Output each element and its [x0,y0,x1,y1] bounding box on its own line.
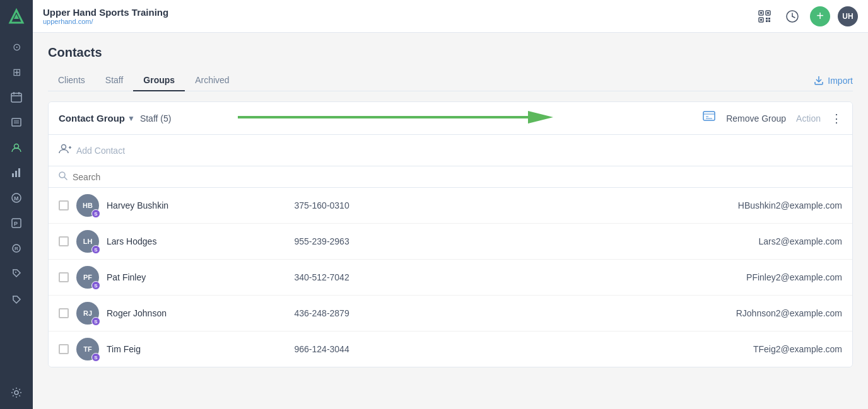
qr-code-icon[interactable] [754,6,775,26]
contact-row: TF S Tim Feig 966-124-3044 TFeig2@exampl… [49,331,852,367]
topbar-actions: + UH [754,6,858,26]
clock-icon[interactable] [782,6,802,26]
page: Contacts Clients Staff Groups Archived I… [33,33,868,409]
group-label: Contact Group ▼ [59,113,135,124]
avatar-badge: S [91,281,100,290]
svg-line-35 [792,16,795,18]
avatar-badge: S [91,209,100,218]
svg-rect-29 [766,18,768,20]
topbar: Upper Hand Sports Training upperhand.com… [33,0,868,33]
contact-phone-0: 375-160-0310 [295,200,475,210]
svg-rect-12 [15,171,17,177]
group-staff-label: Staff (5) [140,113,172,124]
main-content: Upper Hand Sports Training upperhand.com… [33,0,868,409]
contact-group-text: Contact Group [59,113,125,124]
app-url[interactable]: upperhand.com/ [43,18,168,25]
search-row [49,166,852,188]
search-icon [59,171,67,182]
action-button[interactable]: Action [796,113,821,124]
avatar[interactable]: UH [838,6,858,26]
add-contact-text: Add Contact [76,146,125,156]
svg-rect-11 [12,173,14,177]
contact-name-3[interactable]: Roger Johnson [107,308,287,318]
tab-groups[interactable]: Groups [133,70,185,91]
message-icon[interactable] [702,110,716,127]
page-title: Contacts [48,45,853,60]
svg-rect-31 [766,20,768,22]
contact-email-4: TFeig2@example.com [482,344,842,354]
contact-phone-1: 955-239-2963 [295,236,475,246]
avatar-badge: S [91,317,100,326]
sidebar-icon-badge[interactable]: R [5,237,28,260]
sidebar-icon-tags[interactable] [5,262,28,285]
search-input[interactable] [73,172,842,182]
svg-text:P: P [14,221,18,227]
svg-point-21 [15,391,18,395]
group-actions: Remove Group Action ⋮ [702,110,842,127]
sidebar-icon-list[interactable] [5,111,28,134]
import-label: Import [828,76,853,86]
tab-staff[interactable]: Staff [95,70,134,91]
contact-avatar-3: RJ S [76,302,99,325]
green-arrow-annotation [238,105,553,132]
contact-name-4[interactable]: Tim Feig [107,344,287,354]
contact-avatar-0: HB S [76,194,99,217]
sidebar-icon-pricing[interactable]: P [5,212,28,234]
contact-phone-3: 436-248-2879 [295,308,475,318]
svg-rect-32 [768,18,770,20]
tab-clients[interactable]: Clients [48,70,95,91]
svg-point-20 [15,272,16,273]
avatar-initials: TF [83,345,91,353]
contact-name-1[interactable]: Lars Hodges [107,236,287,246]
svg-rect-3 [11,93,21,102]
sidebar-icon-tags2[interactable] [5,287,28,310]
remove-group-button[interactable]: Remove Group [726,113,786,124]
add-contact-row[interactable]: Add Contact [49,135,852,166]
svg-rect-26 [767,12,769,14]
contact-row: RJ S Roger Johnson 436-248-2879 RJohnson… [49,296,852,331]
contact-avatar-1: LH S [76,230,99,253]
import-button[interactable]: Import [814,71,853,91]
svg-point-43 [62,145,66,149]
svg-rect-7 [12,118,21,126]
avatar-initials: PF [83,274,92,281]
add-contact-icon [59,142,71,158]
contact-checkbox-3[interactable] [59,308,69,318]
avatar-initials: LH [83,238,93,245]
brand: Upper Hand Sports Training upperhand.com… [43,7,168,25]
svg-rect-13 [18,168,20,177]
svg-text:M: M [14,195,19,202]
group-header: Contact Group ▼ Staff (5) [49,102,852,135]
sidebar-icon-home[interactable]: ⊙ [5,35,28,58]
avatar-initials: HB [83,202,93,209]
sidebar-icon-settings[interactable] [5,381,28,404]
contact-phone-2: 340-512-7042 [295,272,475,282]
contact-name-2[interactable]: Pat Finley [107,272,287,282]
contact-checkbox-0[interactable] [59,200,69,210]
contact-checkbox-2[interactable] [59,272,69,282]
sidebar-icon-chart[interactable] [5,161,28,184]
svg-rect-30 [768,20,770,22]
contact-row: HB S Harvey Bushkin 375-160-0310 HBushki… [49,188,852,224]
sidebar-icon-marketing[interactable]: M [5,187,28,209]
svg-rect-25 [760,12,762,14]
contact-row: LH S Lars Hodges 955-239-2963 Lars2@exam… [49,224,852,260]
contact-email-0: HBushkin2@example.com [482,200,842,210]
logo[interactable] [5,5,28,28]
contact-list: HB S Harvey Bushkin 375-160-0310 HBushki… [49,188,852,367]
sidebar-icon-grid[interactable]: ⊞ [5,60,28,83]
app-title: Upper Hand Sports Training [43,7,168,18]
contact-checkbox-4[interactable] [59,344,69,354]
contact-name-0[interactable]: Harvey Bushkin [107,200,287,210]
sidebar: ⊙ ⊞ M [0,0,33,409]
group-chevron-icon[interactable]: ▼ [127,114,135,123]
sidebar-icon-calendar[interactable] [5,86,28,108]
contact-email-2: PFinley2@example.com [482,272,842,282]
svg-text:R: R [15,246,18,251]
more-options-icon[interactable]: ⋮ [831,112,842,125]
tabs-nav: Clients Staff Groups Archived Import [48,70,853,91]
contact-checkbox-1[interactable] [59,236,69,246]
sidebar-icon-contacts[interactable] [5,136,28,159]
add-button[interactable]: + [810,6,830,26]
tab-archived[interactable]: Archived [185,70,239,91]
